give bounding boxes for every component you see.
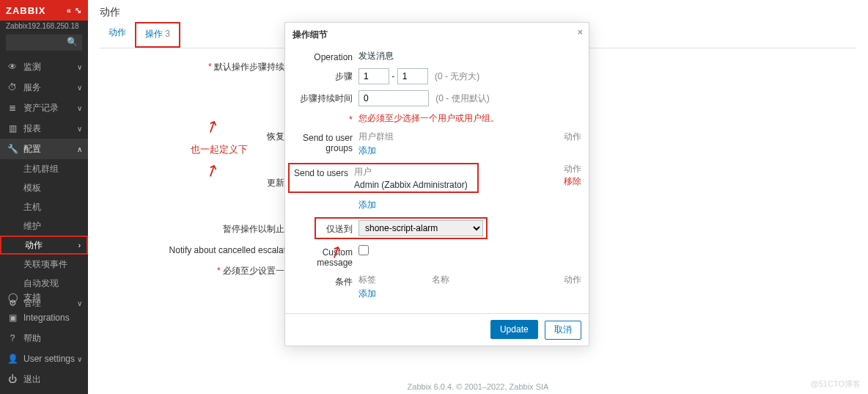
remove-user-link[interactable]: 移除	[564, 175, 581, 188]
add-condition-link[interactable]: 添加	[358, 288, 581, 300]
logo-row: ZABBIX « ⤡	[0, 0, 88, 21]
collapse-icon[interactable]: « ⤡	[67, 6, 82, 15]
modal-cancel-button[interactable]: 取消	[545, 321, 581, 340]
step-duration-hint: (0 - 使用默认)	[435, 93, 489, 103]
nav-configuration[interactable]: 🔧配置∧	[0, 139, 88, 159]
pause-label: 暂停操作以制止问题	[117, 221, 308, 236]
chevron-down-icon: ∨	[77, 355, 82, 363]
page-title: 动作	[88, 0, 868, 22]
step-to-input[interactable]	[397, 68, 428, 84]
conditions-label: 条件	[293, 274, 358, 288]
user-icon: 👤	[6, 354, 19, 364]
sidebar-item-hosts[interactable]: 主机	[0, 197, 88, 216]
send-groups-label: Send to user groups	[293, 131, 358, 153]
user-row: Admin (Zabbix Administrator)	[354, 180, 474, 190]
steps-hint: (0 - 无穷大)	[435, 71, 479, 81]
operation-label: Operation	[293, 50, 358, 62]
chevron-up-icon: ∧	[77, 145, 82, 153]
server-info: Zabbix192.168.250.18	[0, 21, 88, 34]
operations-label: 操作	[117, 82, 308, 97]
chevron-down-icon: ∨	[77, 125, 82, 133]
add-user-link[interactable]: 添加	[358, 200, 376, 210]
custom-msg-checkbox[interactable]	[358, 245, 369, 255]
sidebar-item-templates[interactable]: 模板	[0, 178, 88, 197]
sidebar-item-hostgroups[interactable]: 主机群组	[0, 159, 88, 178]
sidebar-item-correlation[interactable]: 关联项事件	[0, 255, 88, 274]
notify-cancel-label: Notify about cancelled escalations	[117, 243, 308, 255]
step-from-input[interactable]	[358, 68, 389, 84]
nav-support[interactable]: ◯支持	[0, 287, 88, 307]
sidebar-item-actions[interactable]: 动作›	[0, 236, 88, 255]
tab-operations[interactable]: 操作 3	[135, 22, 180, 48]
chevron-down-icon: ∨	[77, 63, 82, 71]
support-icon: ◯	[6, 292, 19, 302]
chart-icon: ▥	[6, 123, 19, 134]
required-user-hint: 您必须至少选择一个用户或用户组。	[358, 112, 581, 125]
nav-help[interactable]: ?帮助	[0, 328, 88, 349]
help-icon: ?	[6, 333, 19, 343]
modal-title: 操作细节	[293, 29, 328, 40]
chevron-right-icon: ›	[78, 241, 81, 249]
operation-details-dialog: 操作细节 × Operation 发送消息 步骤 - (0 - 无穷大) 步骤持…	[284, 22, 589, 346]
integrations-icon: ▣	[6, 313, 19, 323]
close-icon[interactable]: ×	[578, 27, 583, 37]
chevron-down-icon: ∨	[77, 84, 82, 92]
sidebar-item-maintenance[interactable]: 维护	[0, 216, 88, 236]
nav-services[interactable]: ⏱服务∨	[0, 77, 88, 98]
operation-value: 发送消息	[358, 50, 581, 62]
wrench-icon: 🔧	[6, 144, 19, 154]
send-users-label: Send to users	[293, 166, 354, 190]
power-icon: ⏻	[6, 374, 19, 384]
step-duration-label: 步骤持续时间	[293, 90, 358, 105]
steps-label: 步骤	[293, 68, 358, 83]
custom-msg-label: Custom message	[293, 245, 358, 268]
nav-usersettings[interactable]: 👤User settings∨	[0, 349, 88, 369]
tab-action[interactable]: 动作	[100, 22, 135, 48]
watermark: @51CTO博客	[811, 379, 861, 390]
list-icon: ≣	[6, 103, 19, 113]
logo-text: ZABBIX	[6, 5, 45, 16]
nav-signout[interactable]: ⏻退出	[0, 369, 88, 390]
chevron-down-icon: ∨	[77, 104, 82, 112]
modal-update-button[interactable]: Update	[490, 320, 538, 339]
step-duration-input[interactable]	[358, 90, 429, 106]
nav-reports[interactable]: ▥报表∨	[0, 118, 88, 139]
sidebar: ZABBIX « ⤡ Zabbix192.168.250.18 🔍 👁监测∨ ⏱…	[0, 0, 88, 394]
clock-icon: ⏱	[6, 82, 19, 92]
nav-integrations[interactable]: ▣Integrations	[0, 307, 88, 328]
nav-inventory[interactable]: ≣资产记录∨	[0, 98, 88, 118]
annotation-left-note: 也一起定义下	[191, 143, 248, 156]
nav-monitoring[interactable]: 👁监测∨	[0, 56, 88, 77]
footer-text: Zabbix 6.0.4. © 2001–2022, Zabbix SIA	[88, 382, 868, 391]
search-icon[interactable]: 🔍	[67, 37, 78, 47]
only-to-select[interactable]: shone-script-alarm	[358, 220, 483, 236]
eye-icon: 👁	[6, 62, 19, 72]
add-usergroup-link[interactable]: 添加	[358, 145, 581, 157]
only-to-label: 仅送到	[319, 221, 358, 236]
